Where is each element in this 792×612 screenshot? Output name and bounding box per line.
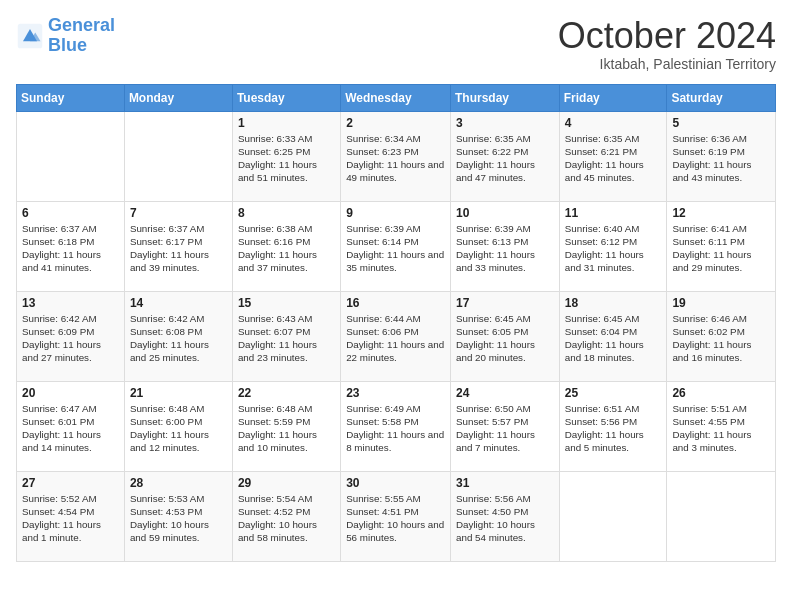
day-info: Sunrise: 6:45 AM Sunset: 6:05 PM Dayligh… — [456, 312, 554, 365]
page-header: General Blue October 2024 Iktabah, Pales… — [16, 16, 776, 72]
day-number: 27 — [22, 476, 119, 490]
day-number: 18 — [565, 296, 662, 310]
day-info: Sunrise: 6:33 AM Sunset: 6:25 PM Dayligh… — [238, 132, 335, 185]
calendar-cell: 15Sunrise: 6:43 AM Sunset: 6:07 PM Dayli… — [232, 291, 340, 381]
calendar-cell: 8Sunrise: 6:38 AM Sunset: 6:16 PM Daylig… — [232, 201, 340, 291]
logo-icon — [16, 22, 44, 50]
calendar-cell: 13Sunrise: 6:42 AM Sunset: 6:09 PM Dayli… — [17, 291, 125, 381]
day-number: 21 — [130, 386, 227, 400]
day-number: 23 — [346, 386, 445, 400]
day-number: 10 — [456, 206, 554, 220]
day-number: 26 — [672, 386, 770, 400]
day-info: Sunrise: 6:40 AM Sunset: 6:12 PM Dayligh… — [565, 222, 662, 275]
calendar-cell: 5Sunrise: 6:36 AM Sunset: 6:19 PM Daylig… — [667, 111, 776, 201]
calendar-week-row: 6Sunrise: 6:37 AM Sunset: 6:18 PM Daylig… — [17, 201, 776, 291]
day-number: 19 — [672, 296, 770, 310]
day-info: Sunrise: 6:39 AM Sunset: 6:13 PM Dayligh… — [456, 222, 554, 275]
weekday-header: Friday — [559, 84, 667, 111]
day-info: Sunrise: 6:45 AM Sunset: 6:04 PM Dayligh… — [565, 312, 662, 365]
day-info: Sunrise: 5:51 AM Sunset: 4:55 PM Dayligh… — [672, 402, 770, 455]
day-info: Sunrise: 6:34 AM Sunset: 6:23 PM Dayligh… — [346, 132, 445, 185]
calendar-week-row: 1Sunrise: 6:33 AM Sunset: 6:25 PM Daylig… — [17, 111, 776, 201]
weekday-header: Monday — [124, 84, 232, 111]
calendar-cell — [124, 111, 232, 201]
day-number: 25 — [565, 386, 662, 400]
day-info: Sunrise: 6:35 AM Sunset: 6:22 PM Dayligh… — [456, 132, 554, 185]
calendar-header: SundayMondayTuesdayWednesdayThursdayFrid… — [17, 84, 776, 111]
day-info: Sunrise: 6:36 AM Sunset: 6:19 PM Dayligh… — [672, 132, 770, 185]
logo: General Blue — [16, 16, 115, 56]
weekday-header: Tuesday — [232, 84, 340, 111]
day-info: Sunrise: 5:56 AM Sunset: 4:50 PM Dayligh… — [456, 492, 554, 545]
day-number: 28 — [130, 476, 227, 490]
calendar-cell — [17, 111, 125, 201]
calendar-cell: 24Sunrise: 6:50 AM Sunset: 5:57 PM Dayli… — [451, 381, 560, 471]
day-number: 14 — [130, 296, 227, 310]
calendar-cell: 11Sunrise: 6:40 AM Sunset: 6:12 PM Dayli… — [559, 201, 667, 291]
day-number: 16 — [346, 296, 445, 310]
day-info: Sunrise: 6:43 AM Sunset: 6:07 PM Dayligh… — [238, 312, 335, 365]
day-number: 2 — [346, 116, 445, 130]
day-number: 12 — [672, 206, 770, 220]
day-info: Sunrise: 6:35 AM Sunset: 6:21 PM Dayligh… — [565, 132, 662, 185]
day-number: 5 — [672, 116, 770, 130]
calendar-cell: 31Sunrise: 5:56 AM Sunset: 4:50 PM Dayli… — [451, 471, 560, 561]
day-info: Sunrise: 6:50 AM Sunset: 5:57 PM Dayligh… — [456, 402, 554, 455]
calendar-cell: 4Sunrise: 6:35 AM Sunset: 6:21 PM Daylig… — [559, 111, 667, 201]
calendar-cell: 1Sunrise: 6:33 AM Sunset: 6:25 PM Daylig… — [232, 111, 340, 201]
weekday-header: Sunday — [17, 84, 125, 111]
day-number: 22 — [238, 386, 335, 400]
day-number: 20 — [22, 386, 119, 400]
day-info: Sunrise: 6:38 AM Sunset: 6:16 PM Dayligh… — [238, 222, 335, 275]
calendar-cell: 19Sunrise: 6:46 AM Sunset: 6:02 PM Dayli… — [667, 291, 776, 381]
weekday-header: Wednesday — [341, 84, 451, 111]
day-number: 13 — [22, 296, 119, 310]
calendar-cell: 10Sunrise: 6:39 AM Sunset: 6:13 PM Dayli… — [451, 201, 560, 291]
day-info: Sunrise: 6:47 AM Sunset: 6:01 PM Dayligh… — [22, 402, 119, 455]
day-number: 11 — [565, 206, 662, 220]
calendar-cell: 6Sunrise: 6:37 AM Sunset: 6:18 PM Daylig… — [17, 201, 125, 291]
day-number: 7 — [130, 206, 227, 220]
calendar-cell: 7Sunrise: 6:37 AM Sunset: 6:17 PM Daylig… — [124, 201, 232, 291]
calendar-cell — [559, 471, 667, 561]
day-info: Sunrise: 6:41 AM Sunset: 6:11 PM Dayligh… — [672, 222, 770, 275]
calendar-table: SundayMondayTuesdayWednesdayThursdayFrid… — [16, 84, 776, 562]
calendar-cell: 20Sunrise: 6:47 AM Sunset: 6:01 PM Dayli… — [17, 381, 125, 471]
calendar-cell: 21Sunrise: 6:48 AM Sunset: 6:00 PM Dayli… — [124, 381, 232, 471]
calendar-week-row: 20Sunrise: 6:47 AM Sunset: 6:01 PM Dayli… — [17, 381, 776, 471]
day-number: 9 — [346, 206, 445, 220]
calendar-cell: 27Sunrise: 5:52 AM Sunset: 4:54 PM Dayli… — [17, 471, 125, 561]
day-info: Sunrise: 6:39 AM Sunset: 6:14 PM Dayligh… — [346, 222, 445, 275]
day-number: 15 — [238, 296, 335, 310]
day-info: Sunrise: 6:49 AM Sunset: 5:58 PM Dayligh… — [346, 402, 445, 455]
calendar-cell: 26Sunrise: 5:51 AM Sunset: 4:55 PM Dayli… — [667, 381, 776, 471]
weekday-header: Thursday — [451, 84, 560, 111]
calendar-cell: 17Sunrise: 6:45 AM Sunset: 6:05 PM Dayli… — [451, 291, 560, 381]
day-number: 4 — [565, 116, 662, 130]
calendar-cell: 3Sunrise: 6:35 AM Sunset: 6:22 PM Daylig… — [451, 111, 560, 201]
day-number: 8 — [238, 206, 335, 220]
day-number: 6 — [22, 206, 119, 220]
calendar-cell: 2Sunrise: 6:34 AM Sunset: 6:23 PM Daylig… — [341, 111, 451, 201]
calendar-cell: 30Sunrise: 5:55 AM Sunset: 4:51 PM Dayli… — [341, 471, 451, 561]
day-info: Sunrise: 6:46 AM Sunset: 6:02 PM Dayligh… — [672, 312, 770, 365]
day-number: 31 — [456, 476, 554, 490]
day-info: Sunrise: 6:42 AM Sunset: 6:08 PM Dayligh… — [130, 312, 227, 365]
calendar-cell: 25Sunrise: 6:51 AM Sunset: 5:56 PM Dayli… — [559, 381, 667, 471]
day-info: Sunrise: 5:54 AM Sunset: 4:52 PM Dayligh… — [238, 492, 335, 545]
calendar-cell: 28Sunrise: 5:53 AM Sunset: 4:53 PM Dayli… — [124, 471, 232, 561]
day-number: 30 — [346, 476, 445, 490]
title-block: October 2024 Iktabah, Palestinian Territ… — [558, 16, 776, 72]
calendar-cell: 22Sunrise: 6:48 AM Sunset: 5:59 PM Dayli… — [232, 381, 340, 471]
day-info: Sunrise: 6:48 AM Sunset: 5:59 PM Dayligh… — [238, 402, 335, 455]
day-number: 3 — [456, 116, 554, 130]
calendar-cell: 12Sunrise: 6:41 AM Sunset: 6:11 PM Dayli… — [667, 201, 776, 291]
weekday-header: Saturday — [667, 84, 776, 111]
day-info: Sunrise: 6:44 AM Sunset: 6:06 PM Dayligh… — [346, 312, 445, 365]
day-info: Sunrise: 6:37 AM Sunset: 6:18 PM Dayligh… — [22, 222, 119, 275]
day-info: Sunrise: 5:55 AM Sunset: 4:51 PM Dayligh… — [346, 492, 445, 545]
day-info: Sunrise: 6:51 AM Sunset: 5:56 PM Dayligh… — [565, 402, 662, 455]
day-info: Sunrise: 6:37 AM Sunset: 6:17 PM Dayligh… — [130, 222, 227, 275]
calendar-week-row: 27Sunrise: 5:52 AM Sunset: 4:54 PM Dayli… — [17, 471, 776, 561]
calendar-week-row: 13Sunrise: 6:42 AM Sunset: 6:09 PM Dayli… — [17, 291, 776, 381]
